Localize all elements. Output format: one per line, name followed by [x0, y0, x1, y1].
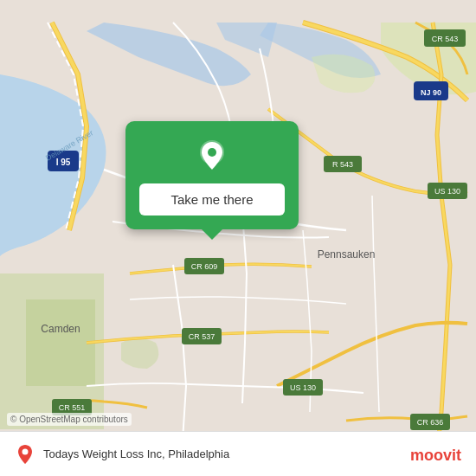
- copyright-text: © OpenStreetMap contributors: [7, 413, 132, 426]
- popup-card: Take me there: [125, 121, 299, 229]
- map-container: I 95 NJ 90 CR 543 R 543 US 130 CR 609 CR…: [0, 0, 476, 476]
- moovit-logo: moovit: [410, 442, 462, 466]
- take-me-there-button[interactable]: Take me there: [139, 183, 285, 215]
- svg-rect-2: [26, 299, 95, 386]
- svg-text:US 130: US 130: [434, 187, 460, 196]
- svg-text:CR 537: CR 537: [189, 332, 215, 341]
- svg-point-27: [208, 148, 216, 157]
- svg-text:I 95: I 95: [56, 158, 71, 167]
- svg-text:moovit: moovit: [410, 447, 461, 464]
- svg-text:CR 543: CR 543: [432, 35, 459, 43]
- moovit-wordmark: moovit: [410, 442, 462, 466]
- bottom-bar: Todays Weight Loss Inc, Philadelphia moo…: [0, 431, 476, 476]
- svg-text:CR 636: CR 636: [417, 418, 444, 427]
- svg-text:R 543: R 543: [332, 160, 353, 169]
- svg-text:Pennsauken: Pennsauken: [318, 248, 376, 261]
- map-svg: I 95 NJ 90 CR 543 R 543 US 130 CR 609 CR…: [0, 0, 476, 476]
- svg-text:US 130: US 130: [290, 383, 316, 392]
- location-label: Todays Weight Loss Inc, Philadelphia: [43, 447, 229, 460]
- svg-text:CR 609: CR 609: [191, 262, 218, 271]
- svg-text:Camden: Camden: [41, 323, 80, 335]
- moovit-pin-icon: [14, 443, 36, 466]
- location-pin-icon: [195, 138, 229, 173]
- svg-text:CR 551: CR 551: [59, 403, 86, 412]
- svg-point-28: [23, 448, 29, 454]
- svg-text:NJ 90: NJ 90: [421, 88, 441, 97]
